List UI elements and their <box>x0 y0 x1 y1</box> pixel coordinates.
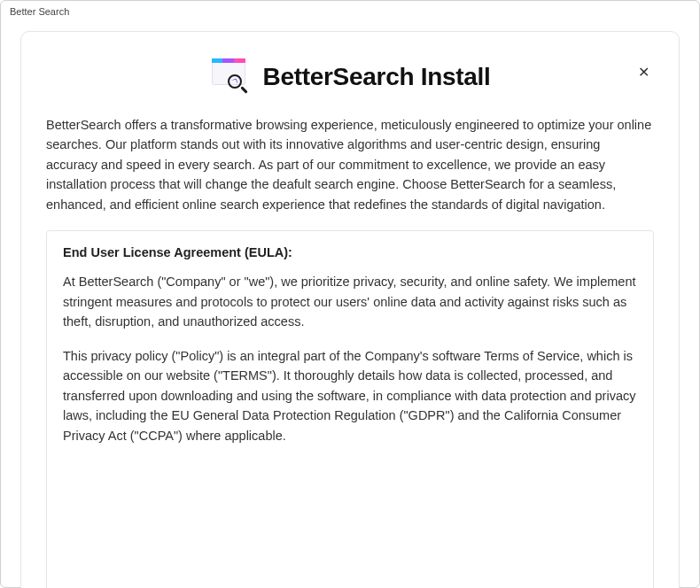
installer-card: BetterSearch Install ✕ BetterSearch offe… <box>20 31 680 588</box>
intro-text: BetterSearch offers a transformative bro… <box>46 115 654 214</box>
window-title: Better Search <box>10 6 69 17</box>
close-button[interactable]: ✕ <box>633 62 654 83</box>
eula-paragraph: This privacy policy ("Policy") is an int… <box>63 346 637 445</box>
installer-title: BetterSearch Install <box>263 63 491 91</box>
content-area: BetterSearch Install ✕ BetterSearch offe… <box>1 20 699 588</box>
window-titlebar: Better Search <box>1 1 699 20</box>
eula-paragraph: At BetterSearch ("Company" or "we"), we … <box>63 272 637 331</box>
app-logo-icon <box>210 57 251 97</box>
app-window: Better Search BetterSearch Install ✕ <box>0 0 700 588</box>
eula-heading: End User License Agreement (EULA): <box>63 245 637 259</box>
header-row: BetterSearch Install ✕ <box>46 57 654 97</box>
close-icon: ✕ <box>638 66 649 80</box>
eula-scroll-box[interactable]: End User License Agreement (EULA): At Be… <box>46 230 654 588</box>
